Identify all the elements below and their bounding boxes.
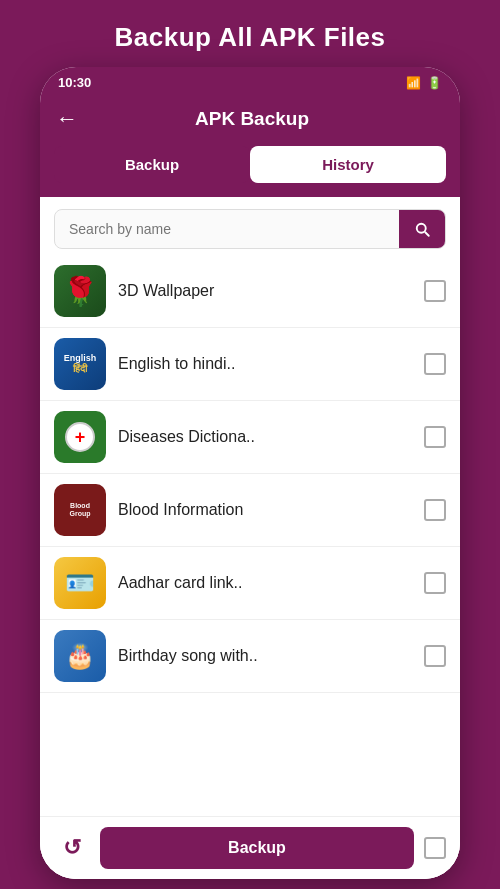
content-area: 3D Wallpaper English हिंदी English to hi… xyxy=(40,197,460,879)
list-item: Aadhar card link.. xyxy=(40,547,460,620)
backup-button[interactable]: Backup xyxy=(100,827,414,869)
checkbox-birthday[interactable] xyxy=(424,645,446,667)
tab-bar: Backup History xyxy=(40,146,460,197)
checkbox-diseases[interactable] xyxy=(424,426,446,448)
list-item: English हिंदी English to hindi.. xyxy=(40,328,460,401)
app-icon-english-hindi: English हिंदी xyxy=(54,338,106,390)
status-bar: 10:30 📶 🔋 xyxy=(40,67,460,96)
back-button[interactable]: ← xyxy=(56,106,78,132)
app-icon-3d-wallpaper xyxy=(54,265,106,317)
checkbox-3d-wallpaper[interactable] xyxy=(424,280,446,302)
list-item: 3D Wallpaper xyxy=(40,255,460,328)
refresh-button[interactable]: ↺ xyxy=(54,830,90,866)
app-icon-aadhar xyxy=(54,557,106,609)
list-item: Birthday song with.. xyxy=(40,620,460,693)
bottom-bar: ↺ Backup xyxy=(40,816,460,879)
list-item: + Diseases Dictiona.. xyxy=(40,401,460,474)
battery-icon: 🔋 xyxy=(427,76,442,90)
top-bar: ← APK Backup xyxy=(40,96,460,146)
tab-backup[interactable]: Backup xyxy=(54,146,250,183)
app-icon-blood: Blood Group xyxy=(54,484,106,536)
search-icon xyxy=(413,220,431,238)
app-name-3d-wallpaper: 3D Wallpaper xyxy=(118,282,412,300)
app-name-blood: Blood Information xyxy=(118,501,412,519)
phone-frame: 10:30 📶 🔋 ← APK Backup Backup History xyxy=(40,67,460,879)
app-name-diseases: Diseases Dictiona.. xyxy=(118,428,412,446)
list-item: Blood Group Blood Information xyxy=(40,474,460,547)
app-list: 3D Wallpaper English हिंदी English to hi… xyxy=(40,255,460,816)
app-name-aadhar: Aadhar card link.. xyxy=(118,574,412,592)
search-bar xyxy=(54,209,446,249)
app-icon-diseases: + xyxy=(54,411,106,463)
app-name-birthday: Birthday song with.. xyxy=(118,647,412,665)
search-button[interactable] xyxy=(399,210,445,248)
checkbox-aadhar[interactable] xyxy=(424,572,446,594)
status-icons: 📶 🔋 xyxy=(406,76,442,90)
checkbox-english-hindi[interactable] xyxy=(424,353,446,375)
bottom-checkbox[interactable] xyxy=(424,837,446,859)
tab-history[interactable]: History xyxy=(250,146,446,183)
page-title: Backup All APK Files xyxy=(94,0,405,67)
top-bar-title: APK Backup xyxy=(88,108,444,130)
checkbox-blood[interactable] xyxy=(424,499,446,521)
app-icon-birthday xyxy=(54,630,106,682)
status-time: 10:30 xyxy=(58,75,91,90)
wifi-icon: 📶 xyxy=(406,76,421,90)
search-input[interactable] xyxy=(55,211,399,247)
app-name-english-hindi: English to hindi.. xyxy=(118,355,412,373)
